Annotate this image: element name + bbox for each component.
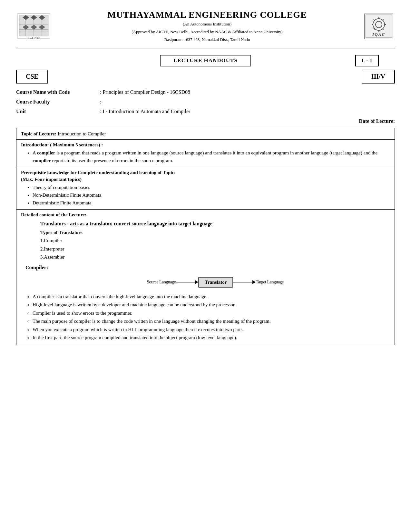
date-label: Date of Lecture: [359,118,395,124]
topic-label: Topic of Lecture: [21,131,56,136]
unit-row: Unit : I - Introduction to Automata and … [16,109,395,114]
iqac-logo: IQAC [363,12,395,41]
list-item: High-level language is written by a deve… [33,301,390,309]
translators-heading: Translators - acts as a translator, conv… [21,221,390,227]
prereq-list: Theory of computation basics Non-Determi… [33,183,390,207]
detail-section: Detailed content of the Lecture: Transla… [16,210,395,345]
svg-text:Estd. 2000: Estd. 2000 [28,36,40,40]
intro-section: Introduction: ( Maximum 5 sentences) : A… [16,140,395,167]
page-header: Estd. 2000 MUTHAYAMMAL ENGINEERING COLLE… [16,10,395,48]
date-row: Date of Lecture: [16,118,395,124]
intro-title: Introduction: ( Maximum 5 sentences) : [21,142,390,148]
prereq-title: Prerequisite knowledge for Complete unde… [21,170,390,175]
semester-label: III/V [362,70,395,84]
list-item: In the first part, the source program co… [33,334,390,342]
types-title: Types of Translators [40,230,390,235]
course-faculty-label: Course Faculty [16,99,100,105]
intro-bullet-item: A compiler is a program that reads a pro… [33,149,390,164]
detail-title: Detailed content of the Lecture: [21,212,390,218]
list-item: Theory of computation basics [33,183,390,191]
source-language-label: Source Language [147,280,176,285]
list-item: When you execute a program which is writ… [33,326,390,334]
dept-label: CSE [16,70,48,84]
college-name: MUTHAYAMMAL ENGINEERING COLLEGE [55,10,359,20]
course-name-value: : Principles of Compiler Design - 16CSD0… [100,89,395,95]
translator-diagram: Source Language Translator Target Langua… [40,277,390,288]
another-word: another [295,150,309,155]
prereq-section: Prerequisite knowledge for Complete unde… [16,167,395,210]
course-faculty-row: Course Faculty : [16,99,395,105]
list-item: 3.Assembler [40,253,390,261]
types-section: Types of Translators 1.Compiler 2.Interp… [21,230,390,261]
college-sub2: (Approved by AICTE, New Delhi, Accredite… [55,29,359,35]
list-item: Compiler is used to show errors to the p… [33,309,390,318]
translator-box: Translator [198,277,233,288]
list-item: Deterministic Finite Automata [33,199,390,207]
circle-list: A compiler is a translator that converts… [33,293,390,342]
list-item: 2.Interpreter [40,245,390,253]
types-list: 1.Compiler 2.Interpreter 3.Assembler [40,237,390,261]
list-item: Non-Deterministic Finite Automata [33,191,390,199]
course-name-label: Course Name with Code [16,89,100,95]
main-content-box: Topic of Lecture: Introduction to Compil… [16,128,395,345]
college-logo: Estd. 2000 [16,12,52,41]
lecture-number: L - 1 [355,55,379,66]
translators-bold: Translators - acts as a translator, conv… [40,221,212,226]
unit-value: : I - Introduction to Automata and Compi… [100,109,395,114]
dept-row: CSE III/V [16,70,395,84]
list-item: 1.Compiler [40,237,390,245]
left-arrow [176,280,198,284]
college-sub1: (An Autonomous Institution) [55,21,359,28]
lecture-handouts-row: LECTURE HANDOUTS L - 1 [16,55,395,66]
right-arrow [233,280,256,284]
intro-list: A compiler is a program that reads a pro… [33,149,390,164]
svg-text:IQAC: IQAC [372,32,385,37]
unit-label: Unit [16,109,100,114]
course-faculty-value: : [100,99,395,105]
college-info: MUTHAYAMMAL ENGINEERING COLLEGE (An Auto… [52,10,363,43]
iqac-label: IQAC [364,14,393,39]
topic-section: Topic of Lecture: Introduction to Compil… [16,128,395,140]
compiler-label: Compiler: [25,265,386,271]
list-item: The main purpose of compiler is to chang… [33,317,390,326]
target-language-label: Target Language [256,280,284,285]
list-item: A compiler is a translator that converts… [33,293,390,301]
lecture-handouts-label: LECTURE HANDOUTS [160,55,251,66]
prereq-subtitle: (Max. Four important topics) [21,177,390,182]
college-sub3: Rasipuram - 637 408, Namakkal Dist., Tam… [55,36,359,43]
course-name-row: Course Name with Code : Principles of Co… [16,89,395,95]
topic-section-inline: Topic of Lecture: Introduction to Compil… [21,131,106,136]
topic-value: Introduction to Compiler [58,131,106,136]
compiler-bold-label: Compiler: [25,265,48,270]
